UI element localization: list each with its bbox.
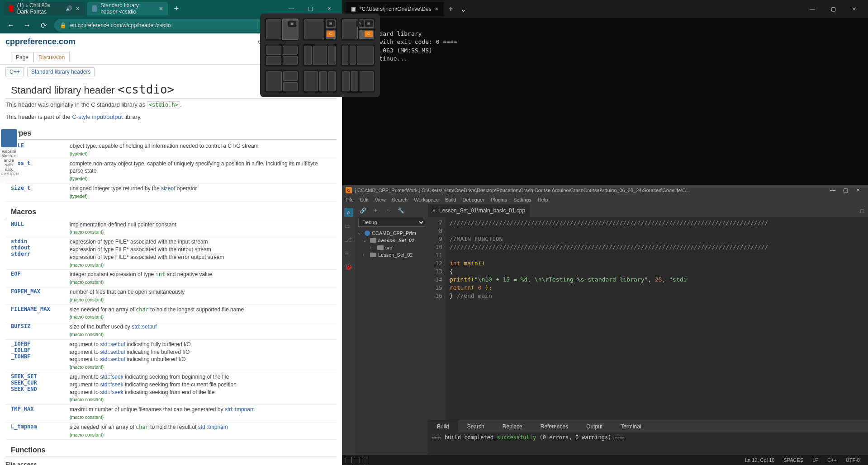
tab-close-button[interactable]: ×: [76, 5, 80, 12]
menu-file[interactable]: File: [346, 197, 354, 202]
site-logo[interactable]: cppreference.com: [5, 37, 76, 47]
tab-close-button[interactable]: ×: [435, 6, 438, 12]
macro-name[interactable]: EOF: [11, 271, 70, 286]
macro-name[interactable]: TMP_MAX: [11, 406, 70, 421]
snap-layout-3cell[interactable]: ▣N C: [341, 18, 375, 41]
terminal-maximize-button[interactable]: ▢: [823, 2, 844, 16]
snap-layout-2col-wide[interactable]: ▣ C: [303, 18, 337, 41]
menu-edit[interactable]: Edit: [360, 197, 369, 202]
link-icon[interactable]: 🔗: [358, 206, 367, 215]
macro-row: NULLimplementation-defined null pointer …: [5, 220, 337, 238]
output-tab-references[interactable]: References: [531, 420, 577, 433]
status-encoding[interactable]: UTF-8: [841, 457, 864, 463]
output-tab-terminal[interactable]: Terminal: [612, 420, 650, 433]
layout-icon-3[interactable]: [362, 457, 368, 463]
code-editor[interactable]: 78910111213141516 //////////////////////…: [428, 217, 868, 420]
macro-name[interactable]: _IOFBF_IOLBF_IONBF: [11, 341, 70, 371]
macro-name[interactable]: FOPEN_MAX: [11, 288, 70, 304]
menu-help[interactable]: Help: [538, 197, 548, 202]
tab-close-button[interactable]: ×: [159, 5, 163, 12]
snap-layout-opt9[interactable]: [341, 70, 375, 93]
type-name[interactable]: size_t: [11, 185, 70, 200]
layout-icon-2[interactable]: [354, 457, 360, 463]
url-text: en.cppreference.com/w/cpp/header/cstdio: [70, 22, 171, 28]
menu-plugins[interactable]: Plugins: [491, 197, 507, 202]
ad-image: [1, 129, 17, 147]
new-tab-button[interactable]: +: [170, 2, 183, 15]
terminal-icon: ▣: [351, 6, 356, 12]
menu-build[interactable]: Build: [445, 197, 456, 202]
snap-layout-opt7[interactable]: [265, 70, 299, 93]
page-tab-page[interactable]: Page: [11, 52, 33, 62]
browser-tab-cppref[interactable]: Standard library header <cstdio ×: [87, 2, 168, 15]
home-icon[interactable]: ⌂: [344, 208, 353, 217]
tree-workspace-root[interactable]: ⌄ CCAMD_CPP_Prim: [357, 230, 426, 237]
snap-layout-3col[interactable]: [303, 44, 337, 67]
tree-lesson-set-01[interactable]: ⌄ Lesson_Set_01: [357, 237, 426, 244]
output-tab-build[interactable]: Build: [428, 420, 458, 433]
page-tab-discussion[interactable]: Discussion: [33, 52, 70, 62]
browser-tab-youtube[interactable]: (1) ♪ Chill 80s Dark Fantas 🔊 ×: [4, 2, 85, 15]
code-content[interactable]: ////////////////////////////////////////…: [446, 217, 868, 420]
snap-layout-2col[interactable]: ▣: [265, 18, 299, 41]
debug-icon[interactable]: 🐞: [345, 263, 353, 271]
menu-settings[interactable]: Settings: [513, 197, 531, 202]
macro-name[interactable]: NULL: [11, 221, 70, 236]
macro-name[interactable]: FILENAME_MAX: [11, 306, 70, 321]
macro-row: TMP_MAXmaximum number of unique filename…: [5, 405, 337, 423]
menu-debugger[interactable]: Debugger: [463, 197, 484, 202]
terminal-dropdown-button[interactable]: ⌄: [458, 5, 469, 14]
status-language[interactable]: C++: [823, 457, 841, 463]
folder-icon[interactable]: ▭: [345, 222, 353, 230]
menu-view[interactable]: View: [375, 197, 386, 202]
wrench-icon[interactable]: 🔧: [396, 206, 405, 215]
ide-close-button[interactable]: ×: [852, 186, 864, 195]
output-tab-output[interactable]: Output: [577, 420, 612, 433]
snap-layout-narrow[interactable]: [341, 44, 375, 67]
menu-workspace[interactable]: Workspace: [414, 197, 439, 202]
snap-layout-4grid[interactable]: [265, 44, 299, 67]
tab-title: Standard library header <cstdio: [100, 2, 156, 15]
breadcrumb-cpp[interactable]: C++: [5, 67, 24, 76]
terminal-close-button[interactable]: ×: [844, 2, 864, 16]
tree-src-folder[interactable]: › src: [357, 244, 426, 251]
branch-icon[interactable]: ⎇: [345, 236, 353, 244]
lock-icon: 🔒: [60, 22, 66, 28]
breadcrumb-headers[interactable]: Standard library headers: [27, 67, 95, 76]
macro-row: EOFinteger constant expression of type i…: [5, 270, 337, 287]
layers-icon[interactable]: ≡: [345, 249, 353, 258]
status-indent[interactable]: SPACES: [779, 457, 808, 463]
folder-icon: [370, 253, 376, 257]
type-name[interactable]: fpos_t: [11, 160, 70, 183]
terminal-output[interactable]: 5, io.h standard library m exited with e…: [342, 18, 868, 66]
ide-titlebar: C [ CCAMD_CPP_PrimerWork ] C:\Users\jric…: [342, 185, 868, 195]
ide-maximize-button[interactable]: ▢: [839, 186, 852, 195]
new-terminal-tab-button[interactable]: +: [444, 2, 458, 16]
output-tab-search[interactable]: Search: [458, 420, 493, 433]
macro-name[interactable]: stdinstdoutstderr: [11, 238, 70, 268]
snap-layout-opt8[interactable]: [303, 70, 337, 93]
layout-icon-1[interactable]: [346, 457, 352, 463]
cstyle-io-link[interactable]: C-style input/output: [72, 113, 123, 120]
forward-button[interactable]: →: [22, 20, 33, 31]
reload-button[interactable]: ⟳: [38, 20, 49, 31]
type-name[interactable]: FILE: [11, 142, 70, 158]
tab-close-button[interactable]: ×: [432, 207, 436, 214]
build-config-select[interactable]: Debug: [358, 218, 425, 227]
terminal-minimize-button[interactable]: —: [802, 2, 823, 16]
ide-sidebar: 🔗 ✈ ⌂ 🔧 Debug ⌄ CCAMD_CPP_Prim ⌄ Lesson_…: [356, 204, 428, 455]
output-tab-replace[interactable]: Replace: [493, 420, 531, 433]
macro-name[interactable]: L_tmpnam: [11, 423, 70, 439]
macro-name[interactable]: SEEK_SETSEEK_CURSEEK_END: [11, 373, 70, 404]
home2-icon[interactable]: ⌂: [384, 206, 393, 215]
macro-name[interactable]: BUFSIZ: [11, 323, 70, 338]
ide-minimize-button[interactable]: —: [826, 186, 839, 195]
tab-title: (1) ♪ Chill 80s Dark Fantas: [17, 2, 62, 15]
back-button[interactable]: ←: [5, 20, 16, 31]
status-eol[interactable]: LF: [808, 457, 823, 463]
editor-maximize-button[interactable]: ▢: [856, 208, 868, 214]
send-icon[interactable]: ✈: [371, 206, 380, 215]
editor-tab[interactable]: × Lesson_Set_01\main_basic_01.cpp: [428, 204, 530, 217]
menu-search[interactable]: Search: [392, 197, 408, 202]
tree-lesson-set-02[interactable]: › Lesson_Set_02: [357, 251, 426, 258]
